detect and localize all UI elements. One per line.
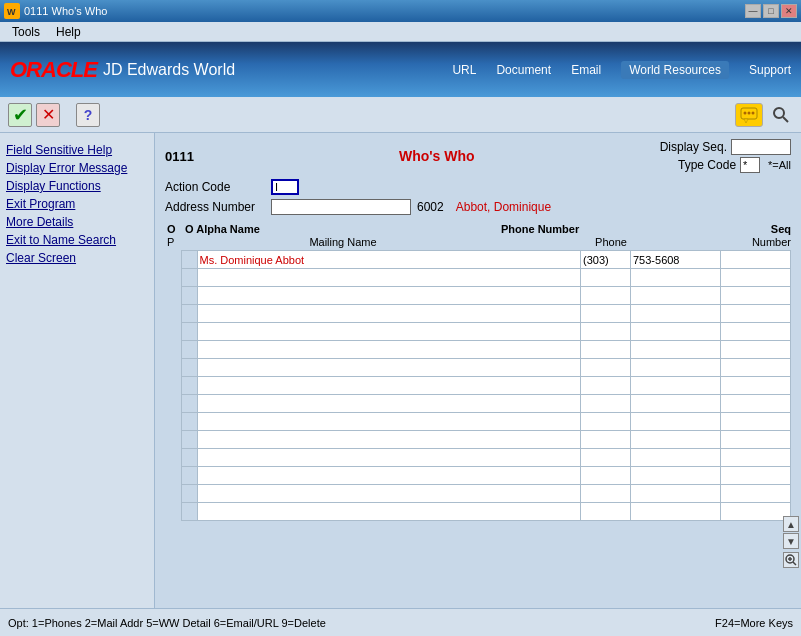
cell-seq[interactable] xyxy=(721,359,791,377)
cell-seq[interactable] xyxy=(721,503,791,521)
cell-mailing[interactable] xyxy=(197,485,581,503)
cell-seq[interactable] xyxy=(721,431,791,449)
cell-seq[interactable] xyxy=(721,323,791,341)
cell-phone[interactable] xyxy=(631,395,721,413)
sidebar-exit-program[interactable]: Exit Program xyxy=(6,195,148,213)
maximize-button[interactable]: □ xyxy=(763,4,779,18)
cell-area-code[interactable] xyxy=(581,287,631,305)
sidebar-display-error-message[interactable]: Display Error Message xyxy=(6,159,148,177)
cell-seq[interactable] xyxy=(721,251,791,269)
cell-seq[interactable] xyxy=(721,305,791,323)
cell-seq[interactable] xyxy=(721,413,791,431)
cell-mailing[interactable] xyxy=(197,359,581,377)
cell-mailing[interactable] xyxy=(197,377,581,395)
cell-phone[interactable] xyxy=(631,377,721,395)
cell-phone[interactable] xyxy=(631,305,721,323)
cell-phone[interactable] xyxy=(631,413,721,431)
cell-area-code[interactable] xyxy=(581,377,631,395)
cell-area-code[interactable] xyxy=(581,323,631,341)
cell-mailing[interactable] xyxy=(197,467,581,485)
cell-seq[interactable] xyxy=(721,485,791,503)
cell-seq[interactable] xyxy=(721,287,791,305)
cell-area-code[interactable] xyxy=(581,485,631,503)
cell-area-code[interactable] xyxy=(581,503,631,521)
col-header-seq: Seq xyxy=(721,223,791,235)
cell-phone[interactable] xyxy=(631,503,721,521)
cell-seq[interactable] xyxy=(721,467,791,485)
cell-area-code[interactable] xyxy=(581,359,631,377)
help-button[interactable]: ? xyxy=(76,103,100,127)
sidebar-field-sensitive-help[interactable]: Field Sensitive Help xyxy=(6,141,148,159)
jde-title: JD Edwards World xyxy=(103,61,235,79)
cell-phone[interactable] xyxy=(631,485,721,503)
statusbar: Opt: 1=Phones 2=Mail Addr 5=WW Detail 6=… xyxy=(0,608,801,636)
cell-phone[interactable] xyxy=(631,449,721,467)
cell-phone[interactable] xyxy=(631,323,721,341)
nav-email[interactable]: Email xyxy=(571,63,601,77)
chat-icon[interactable] xyxy=(735,103,763,127)
table-row xyxy=(165,413,791,431)
cell-phone[interactable] xyxy=(631,359,721,377)
cell-mailing[interactable] xyxy=(197,503,581,521)
nav-url[interactable]: URL xyxy=(452,63,476,77)
cell-area-code[interactable]: (303) xyxy=(581,251,631,269)
cell-phone[interactable] xyxy=(631,341,721,359)
menu-tools[interactable]: Tools xyxy=(4,23,48,41)
cell-phone[interactable]: 753-5608 xyxy=(631,251,721,269)
cell-area-code[interactable] xyxy=(581,341,631,359)
cancel-button[interactable]: ✕ xyxy=(36,103,60,127)
sidebar-exit-name-search[interactable]: Exit to Name Search xyxy=(6,231,148,249)
cell-mailing[interactable] xyxy=(197,413,581,431)
cell-area-code[interactable] xyxy=(581,431,631,449)
close-button[interactable]: ✕ xyxy=(781,4,797,18)
nav-support[interactable]: Support xyxy=(749,63,791,77)
confirm-button[interactable]: ✔ xyxy=(8,103,32,127)
cell-phone[interactable] xyxy=(631,269,721,287)
cell-seq[interactable] xyxy=(721,449,791,467)
cell-mailing[interactable]: Ms. Dominique Abbot xyxy=(197,251,581,269)
cell-mailing[interactable] xyxy=(197,305,581,323)
cell-mailing[interactable] xyxy=(197,431,581,449)
cell-area-code[interactable] xyxy=(581,305,631,323)
search-button[interactable] xyxy=(769,103,793,127)
form-title: Who's Who xyxy=(214,148,660,164)
cell-mailing[interactable] xyxy=(197,341,581,359)
zoom-in-button[interactable] xyxy=(783,552,799,568)
cell-area-code[interactable] xyxy=(581,449,631,467)
cell-mailing[interactable] xyxy=(197,287,581,305)
sidebar-clear-screen[interactable]: Clear Screen xyxy=(6,249,148,267)
type-code-input[interactable] xyxy=(740,157,760,173)
cell-p xyxy=(181,359,197,377)
cell-area-code[interactable] xyxy=(581,413,631,431)
cell-phone[interactable] xyxy=(631,431,721,449)
menu-help[interactable]: Help xyxy=(48,23,89,41)
table-row xyxy=(165,287,791,305)
cell-area-code[interactable] xyxy=(581,395,631,413)
cell-mailing[interactable] xyxy=(197,395,581,413)
sidebar-more-details[interactable]: More Details xyxy=(6,213,148,231)
cell-phone[interactable] xyxy=(631,287,721,305)
cell-seq[interactable] xyxy=(721,395,791,413)
nav-world-resources[interactable]: World Resources xyxy=(621,61,729,79)
action-code-input[interactable] xyxy=(271,179,299,195)
cell-seq[interactable] xyxy=(721,269,791,287)
cell-mailing[interactable] xyxy=(197,449,581,467)
minimize-button[interactable]: — xyxy=(745,4,761,18)
titlebar: W 0111 Who's Who — □ ✕ xyxy=(0,0,801,22)
cell-mailing[interactable] xyxy=(197,269,581,287)
cell-area-code[interactable] xyxy=(581,269,631,287)
cell-seq[interactable] xyxy=(721,341,791,359)
col-header-alpha: O Alpha Name xyxy=(185,223,501,235)
cell-area-code[interactable] xyxy=(581,467,631,485)
display-seq-input[interactable] xyxy=(731,139,791,155)
cell-seq[interactable] xyxy=(721,377,791,395)
display-seq-label: Display Seq. xyxy=(660,140,727,154)
sidebar-display-functions[interactable]: Display Functions xyxy=(6,177,148,195)
question-mark-icon: ? xyxy=(84,107,93,123)
address-number-input[interactable] xyxy=(271,199,411,215)
scroll-up-button[interactable]: ▲ xyxy=(783,516,799,532)
scroll-down-button[interactable]: ▼ xyxy=(783,533,799,549)
nav-document[interactable]: Document xyxy=(496,63,551,77)
cell-phone[interactable] xyxy=(631,467,721,485)
cell-mailing[interactable] xyxy=(197,323,581,341)
